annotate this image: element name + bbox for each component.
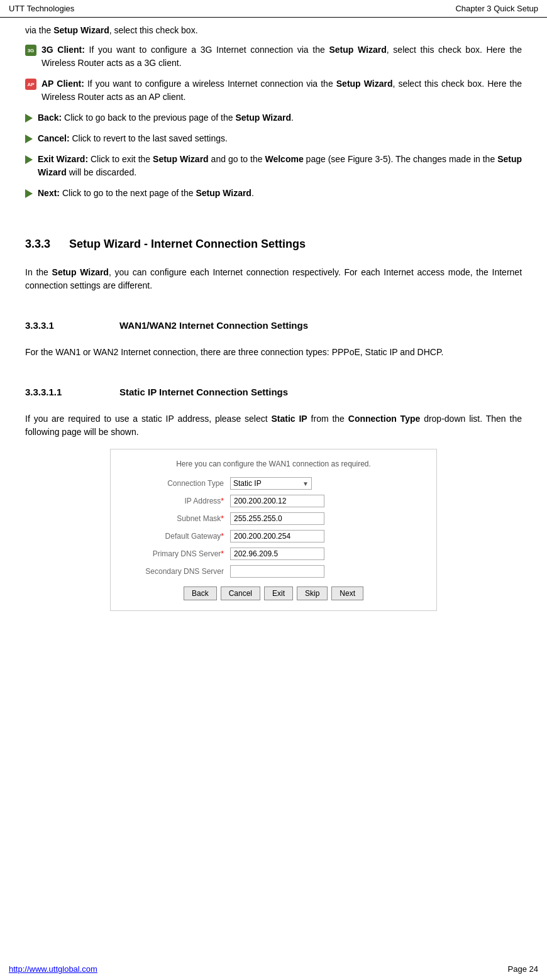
- exit-button[interactable]: Exit: [264, 586, 293, 600]
- arrow-icon-next: [25, 189, 33, 198]
- back-button[interactable]: Back: [184, 586, 217, 600]
- intro-paragraph: via the Setup Wizard, select this check …: [25, 24, 522, 37]
- cancel-button[interactable]: Cancel: [221, 586, 260, 600]
- label-ip-address: IP Address*: [123, 497, 224, 505]
- next-button[interactable]: Next: [331, 586, 363, 600]
- bullet-ap-client: AP AP Client: If you want to configure a…: [25, 77, 522, 104]
- input-ip-address[interactable]: [230, 495, 324, 507]
- form-row-connection-type: Connection Type Static IP ▼: [123, 477, 424, 490]
- 3g-icon: 3G: [25, 45, 36, 56]
- section-33311-header: 3.3.3.1.1 Static IP Internet Connection …: [25, 387, 522, 397]
- section-3331-header: 3.3.3.1 WAN1/WAN2 Internet Connection Se…: [25, 320, 522, 331]
- label-default-gateway: Default Gateway*: [123, 532, 224, 541]
- header-right: Chapter 3 Quick Setup: [455, 4, 538, 13]
- label-primary-dns: Primary DNS Server*: [123, 549, 224, 558]
- form-row-primary-dns: Primary DNS Server*: [123, 548, 424, 560]
- footer-link[interactable]: http://www.uttglobal.com: [9, 964, 97, 974]
- bullet-cancel: Cancel: Click to revert to the last save…: [25, 132, 522, 145]
- header-left: UTT Technologies: [9, 4, 74, 13]
- page-footer: http://www.uttglobal.com Page 24: [9, 964, 538, 974]
- bullet-next: Next: Click to go to the next page of th…: [25, 187, 522, 200]
- wan-config-form: Here you can configure the WAN1 connecti…: [110, 449, 437, 611]
- section-333-para: In the Setup Wizard, you can configure e…: [25, 266, 522, 292]
- form-buttons-row: Back Cancel Exit Skip Next: [123, 586, 424, 600]
- label-subnet-mask: Subnet Mask*: [123, 514, 224, 523]
- form-header: Here you can configure the WAN1 connecti…: [123, 460, 424, 468]
- bullet-back: Back: Click to go back to the previous p…: [25, 111, 522, 124]
- required-star-ip: *: [221, 497, 224, 505]
- select-connection-type[interactable]: Static IP ▼: [230, 477, 312, 490]
- arrow-icon-back: [25, 114, 33, 123]
- select-value-connection-type: Static IP: [233, 479, 302, 488]
- form-row-ip-address: IP Address*: [123, 495, 424, 507]
- section-3331-para: For the WAN1 or WAN2 Internet connection…: [25, 346, 522, 359]
- input-secondary-dns[interactable]: [230, 565, 324, 578]
- form-row-secondary-dns: Secondary DNS Server: [123, 565, 424, 578]
- section-33311-para: If you are required to use a static IP a…: [25, 412, 522, 439]
- form-row-default-gateway: Default Gateway*: [123, 530, 424, 542]
- page-number: Page 24: [508, 964, 538, 974]
- bullet-exit-wizard: Exit Wizard: Click to exit the Setup Wiz…: [25, 153, 522, 179]
- required-star-gateway: *: [221, 532, 224, 541]
- section-333-header: 3.3.3 Setup Wizard - Internet Connection…: [25, 238, 522, 251]
- skip-button[interactable]: Skip: [297, 586, 328, 600]
- form-row-subnet-mask: Subnet Mask*: [123, 512, 424, 525]
- dropdown-arrow-icon: ▼: [302, 480, 309, 487]
- input-default-gateway[interactable]: [230, 530, 324, 542]
- arrow-icon-cancel: [25, 135, 33, 143]
- input-primary-dns[interactable]: [230, 548, 324, 560]
- required-star-primary-dns: *: [221, 549, 224, 558]
- label-secondary-dns: Secondary DNS Server: [123, 567, 224, 576]
- label-connection-type: Connection Type: [123, 479, 224, 488]
- bullet-3g-client: 3G 3G Client: If you want to configure a…: [25, 43, 522, 70]
- required-star-subnet: *: [221, 514, 224, 523]
- arrow-icon-exit: [25, 155, 33, 164]
- input-subnet-mask[interactable]: [230, 512, 324, 525]
- ap-icon: AP: [25, 79, 36, 90]
